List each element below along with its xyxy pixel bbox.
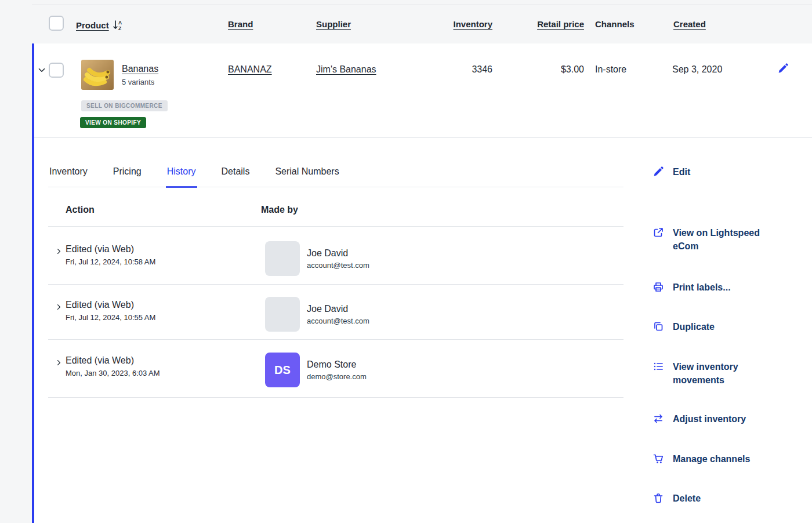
history-timestamp: Fri, Jul 12, 2024, 10:55 AM <box>66 313 155 322</box>
expand-history-chevron-icon[interactable] <box>55 248 63 255</box>
delete-label: Delete <box>673 492 701 505</box>
manage-channels-label: Manage channels <box>673 452 750 466</box>
svg-text:Z: Z <box>118 26 121 31</box>
list-icon <box>652 361 664 372</box>
print-labels-button[interactable]: Print labels... <box>652 281 731 294</box>
history-row[interactable]: Edited (via Web) Mon, Jan 30, 2023, 6:03… <box>48 350 624 395</box>
history-row-divider <box>48 339 624 340</box>
sell-on-bigcommerce-badge[interactable]: SELL ON BIGCOMMERCE <box>81 100 168 111</box>
column-header-product[interactable]: Product A Z <box>76 19 124 31</box>
row-checkbox[interactable] <box>49 63 64 78</box>
collapse-row-chevron-icon[interactable] <box>37 65 47 75</box>
view-inventory-movements-label: View inventory movements <box>673 360 761 387</box>
column-header-created[interactable]: Created <box>673 19 706 29</box>
svg-text:A: A <box>118 20 122 26</box>
history-action-text: Edited (via Web) <box>66 355 160 366</box>
history-action-text: Edited (via Web) <box>66 244 155 255</box>
history-header-divider <box>48 226 624 227</box>
history-action-cell: Edited (via Web) Mon, Jan 30, 2023, 6:03… <box>66 355 160 377</box>
retail-price-value: $3.00 <box>561 64 584 75</box>
column-header-channels: Channels <box>595 19 635 29</box>
cart-icon <box>652 453 664 464</box>
expanded-product-card: Bananas 5 variants SELL ON BIGCOMMERCE V… <box>32 43 812 523</box>
tabs-divider <box>48 187 624 187</box>
tab-inventory[interactable]: Inventory <box>48 164 89 188</box>
column-header-retail-price[interactable]: Retail price <box>537 19 584 29</box>
user-name: Demo Store <box>307 359 367 370</box>
history-madeby-cell: Joe David account@test.com <box>265 241 369 276</box>
external-link-icon <box>652 227 664 238</box>
expand-history-chevron-icon[interactable] <box>55 359 63 366</box>
pencil-icon <box>652 166 664 177</box>
duplicate-label: Duplicate <box>673 320 715 333</box>
top-divider <box>32 5 812 5</box>
manage-channels-button[interactable]: Manage channels <box>652 452 750 466</box>
products-page: Product A Z Brand Supplier Inventory Ret… <box>0 0 812 523</box>
product-thumbnail[interactable] <box>81 60 114 90</box>
detail-tabs: Inventory Pricing History Details Serial… <box>48 164 340 188</box>
history-madeby-header: Made by <box>261 205 298 215</box>
channels-value: In-store <box>595 64 626 75</box>
tab-history[interactable]: History <box>166 164 197 188</box>
expand-history-chevron-icon[interactable] <box>55 303 63 311</box>
tab-pricing[interactable]: Pricing <box>112 164 143 188</box>
brand-link[interactable]: BANANAZ <box>228 64 272 75</box>
history-row[interactable]: Edited (via Web) Fri, Jul 12, 2024, 10:5… <box>48 294 624 339</box>
product-variants-count: 5 variants <box>122 78 154 86</box>
edit-label: Edit <box>673 165 690 179</box>
history-madeby-cell: Joe David account@test.com <box>265 297 369 332</box>
history-row-divider <box>48 397 624 398</box>
row-edit-pencil-icon[interactable] <box>777 63 789 74</box>
inventory-value: 3346 <box>472 64 492 75</box>
user-name: Joe David <box>307 304 369 314</box>
duplicate-button[interactable]: Duplicate <box>652 320 715 333</box>
avatar <box>265 241 300 276</box>
user-email: account@test.com <box>307 261 369 270</box>
product-name-link[interactable]: Bananas <box>122 64 158 74</box>
history-row[interactable]: Edited (via Web) Fri, Jul 12, 2024, 10:5… <box>48 238 624 284</box>
print-labels-label: Print labels... <box>673 281 731 294</box>
tab-details[interactable]: Details <box>220 164 251 188</box>
printer-icon <box>652 281 664 293</box>
user-email: account@test.com <box>307 317 369 325</box>
sort-az-icon[interactable]: A Z <box>113 19 124 31</box>
column-header-brand[interactable]: Brand <box>228 19 253 29</box>
edit-button[interactable]: Edit <box>652 165 690 179</box>
adjust-inventory-label: Adjust inventory <box>673 412 746 426</box>
supplier-link[interactable]: Jim's Bananas <box>316 64 376 75</box>
delete-button[interactable]: Delete <box>652 492 701 505</box>
history-row-divider <box>48 284 624 285</box>
column-header-inventory[interactable]: Inventory <box>453 19 492 29</box>
created-date-value: Sep 3, 2020 <box>672 64 722 75</box>
history-action-cell: Edited (via Web) Fri, Jul 12, 2024, 10:5… <box>66 244 155 266</box>
user-email: demo@store.com <box>307 372 367 381</box>
tab-serial-numbers[interactable]: Serial Numbers <box>274 164 340 188</box>
history-timestamp: Mon, Jan 30, 2023, 6:03 AM <box>66 369 160 377</box>
user-name: Joe David <box>307 248 369 259</box>
history-madeby-cell: DS Demo Store demo@store.com <box>265 353 367 387</box>
view-on-lightspeed-ecom-button[interactable]: View on Lightspeed eCom <box>652 226 761 253</box>
history-timestamp: Fri, Jul 12, 2024, 10:58 AM <box>66 257 155 266</box>
duplicate-icon <box>652 321 664 332</box>
history-action-cell: Edited (via Web) Fri, Jul 12, 2024, 10:5… <box>66 300 155 322</box>
view-on-shopify-badge[interactable]: VIEW ON SHOPIFY <box>80 117 146 128</box>
transfer-arrows-icon <box>652 413 664 424</box>
history-action-header: Action <box>66 205 95 215</box>
trash-icon <box>652 492 664 504</box>
column-header-product-label[interactable]: Product <box>76 20 109 30</box>
select-all-checkbox[interactable] <box>49 16 64 31</box>
column-header-supplier[interactable]: Supplier <box>316 19 351 29</box>
view-on-lightspeed-ecom-label: View on Lightspeed eCom <box>673 226 761 253</box>
view-inventory-movements-button[interactable]: View inventory movements <box>652 360 761 387</box>
avatar <box>265 297 300 332</box>
history-action-text: Edited (via Web) <box>66 300 155 310</box>
adjust-inventory-button[interactable]: Adjust inventory <box>652 412 746 426</box>
product-row-divider <box>34 137 812 138</box>
avatar: DS <box>265 353 300 387</box>
